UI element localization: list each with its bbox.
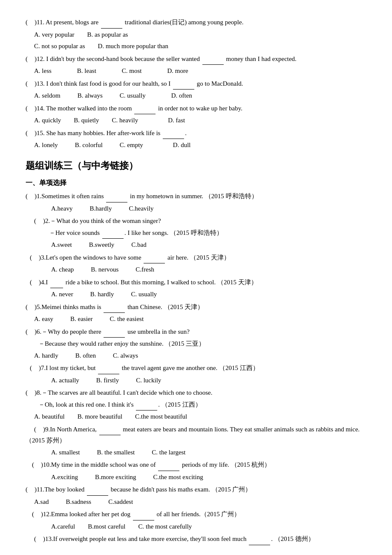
option-c: C. luckily (136, 375, 161, 386)
option-b: B. colorful (75, 140, 103, 151)
question-1-options: A.heavy B.hardly C.heavily (51, 203, 366, 214)
question-block-lower-13: ( )13.If overweight people eat less and … (26, 534, 366, 545)
option-a: A.heavy (51, 203, 72, 214)
question-lower-11-text: ( )11.The boy looked because he didn't p… (26, 484, 366, 496)
question-block-7: ( )7.I lost my ticket, but the travel ag… (26, 363, 366, 386)
option-c: C. most (122, 66, 142, 77)
question-12-options: A. less B. least C. most D. more (34, 66, 366, 77)
question-lower-12-text: ( )12.Emma looked after her pet dog of a… (32, 509, 366, 520)
question-block-10: ( )10.My time in the middle school was o… (26, 460, 366, 483)
option-d: D. often (171, 90, 192, 101)
question-12-text: ( )12. I didn't buy the second-hand book… (26, 54, 366, 65)
option-a: A. hardly (34, 350, 58, 361)
option-a: A.exciting (51, 472, 78, 483)
option-d: D. much more popular than (98, 41, 168, 52)
option-a: A.sad (34, 497, 49, 508)
option-c: C.the most beautiful (135, 411, 187, 422)
option-a: A.careful (51, 521, 75, 532)
sub-title: 一、单项选择 (26, 177, 366, 188)
question-10-options: A.exciting B.more exciting C.the most ex… (51, 472, 366, 483)
option-a: A. cheap (51, 264, 74, 275)
question-15-options: A. lonely B. colorful C. empty D. dull (34, 140, 366, 151)
option-a: A. actually (51, 375, 79, 386)
option-c: C. usually (120, 90, 146, 101)
question-block-11: ( )11. At present, blogs are traditional… (26, 17, 366, 52)
question-8-line1: ( )8.－The scarves are all beautiful. I c… (26, 387, 366, 399)
question-4-text: ( )4.I ride a bike to school. But this m… (30, 277, 366, 289)
option-a: A. lonely (34, 140, 58, 151)
option-a: A. seldom (34, 90, 61, 101)
question-6-line1: ( )6.－Why do people there use umbrella i… (26, 327, 366, 338)
question-15-text: ( )15. She has many hobbies. Her after-w… (26, 128, 366, 139)
question-block-2: ( )2.－What do you think of the woman sin… (26, 216, 366, 251)
option-b: B. more beautiful (78, 411, 122, 422)
option-b: B. as popular as (87, 29, 128, 40)
option-a: A. smallest (51, 447, 80, 458)
question-block-1: ( )1.Sometimes it often rains in my home… (26, 191, 366, 214)
question-14-text: ( )14. The mother walked into the room i… (26, 103, 366, 115)
option-b: B. least (77, 66, 96, 77)
question-7-text: ( )7.I lost my ticket, but the travel ag… (30, 363, 366, 374)
question-block-13: ( )13. I don't think fast food is good f… (26, 78, 366, 101)
question-lower-12-options: A.careful B.most careful C. the most car… (51, 521, 366, 532)
question-block-14: ( )14. The mother walked into the room i… (26, 103, 366, 126)
option-b: B.sweetly (89, 240, 115, 251)
question-block-15: ( )15. She has many hobbies. Her after-w… (26, 128, 366, 151)
question-block-lower-11: ( )11.The boy looked because he didn't p… (26, 484, 366, 507)
question-3-options: A. cheap B. nervous C.fresh (51, 264, 366, 275)
option-a: A. easy (34, 314, 53, 325)
option-c: C.bad (131, 240, 146, 251)
question-11-options2: C. not so popular as D. much more popula… (34, 41, 366, 52)
option-b: B. nervous (91, 264, 118, 275)
option-a: A. never (51, 289, 73, 300)
question-lower-11-options: A.sad B.sadness C.saddest (34, 497, 366, 508)
option-d: D. dull (173, 140, 191, 151)
option-b: B. the smallest (97, 447, 135, 458)
question-9-options: A. smallest B. the smallest C. the large… (51, 447, 366, 458)
page-content: ( )11. At present, blogs are traditional… (26, 17, 366, 545)
option-c: C. the easiest (110, 314, 144, 325)
question-6-line2: －Because they would rather enjoy the sun… (38, 338, 366, 350)
question-block-3: ( )3.Let's open the windows to have some… (26, 252, 366, 275)
option-c: C. heavily (112, 115, 138, 126)
question-13-options: A. seldom B. always C. usually D. often (34, 90, 366, 101)
option-b: B. often (75, 350, 96, 361)
option-b: B. easier (70, 314, 92, 325)
option-d: D. fast (168, 115, 185, 126)
option-b: B.more exciting (95, 472, 136, 483)
question-2-line1: ( )2.－What do you think of the woman sin… (34, 216, 366, 227)
option-c: C.the most exciting (153, 472, 203, 483)
option-c: C. not so popular as (34, 41, 85, 52)
lower-questions: ( )1.Sometimes it often rains in my home… (26, 191, 366, 545)
option-c: C.fresh (135, 264, 154, 275)
option-b: B. always (78, 90, 103, 101)
option-a: A. very popular (34, 29, 75, 40)
option-c: C.heavily (129, 203, 153, 214)
option-c: C. usually (131, 289, 157, 300)
question-2-line2: －Her voice sounds . I like her songs. （2… (49, 228, 366, 239)
question-14-options: A. quickly B. quietly C. heavily D. fast (34, 115, 366, 126)
question-4-options: A. never B. hardly C. usually (51, 289, 366, 300)
question-9-text: ( )9.In North America, meat eaters are b… (26, 424, 366, 446)
option-a: A. beautiful (34, 411, 65, 422)
question-7-options: A. actually B. firstly C. luckily (51, 375, 366, 386)
question-11-text: ( )11. At present, blogs are traditional… (26, 17, 366, 29)
option-c: C. empty (120, 140, 143, 151)
option-c: C. always (113, 350, 138, 361)
option-b: B.most careful (88, 521, 125, 532)
question-block-8: ( )8.－The scarves are all beautiful. I c… (26, 387, 366, 422)
question-block-5: ( )5.Meimei thinks maths is than Chinese… (26, 302, 366, 325)
option-b: B.sadness (66, 497, 92, 508)
option-b: B. hardly (90, 289, 114, 300)
option-d: D. more (167, 66, 188, 77)
option-a: A.sweet (51, 240, 72, 251)
option-a: A. less (34, 66, 52, 77)
option-b: B. quietly (74, 115, 99, 126)
question-11-options: A. very popular B. as popular as (34, 29, 366, 40)
section-title: 题组训练三（与中考链接） (26, 158, 366, 173)
question-8-line2: －Oh, look at this red one. I think it's … (38, 399, 366, 411)
question-10-text: ( )10.My time in the middle school was o… (32, 460, 366, 471)
question-2-options: A.sweet B.sweetly C.bad (51, 240, 366, 251)
upper-questions: ( )11. At present, blogs are traditional… (26, 17, 366, 151)
question-1-text: ( )1.Sometimes it often rains in my home… (26, 191, 366, 202)
